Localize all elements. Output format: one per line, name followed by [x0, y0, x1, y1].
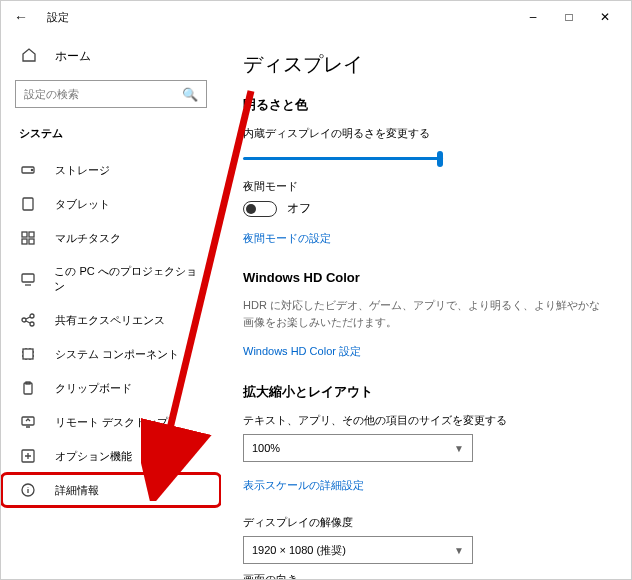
svg-point-9: [30, 314, 34, 318]
svg-rect-7: [22, 274, 34, 282]
night-light-settings-link[interactable]: 夜間モードの設定: [243, 231, 331, 246]
minimize-button[interactable]: –: [515, 3, 551, 31]
sidebar-item-label: タブレット: [55, 197, 110, 212]
projection-icon: [19, 271, 36, 287]
maximize-button[interactable]: □: [551, 3, 587, 31]
sidebar-item-optional[interactable]: オプション機能: [1, 439, 221, 473]
svg-rect-6: [29, 239, 34, 244]
svg-rect-5: [22, 239, 27, 244]
search-box[interactable]: 🔍: [15, 80, 207, 108]
sidebar-item-label: オプション機能: [55, 449, 132, 464]
sidebar-item-storage[interactable]: ストレージ: [1, 153, 221, 187]
info-icon: [19, 482, 37, 498]
chevron-down-icon: ▼: [454, 443, 464, 454]
chevron-down-icon: ▼: [454, 545, 464, 556]
clipboard-icon: [19, 380, 37, 396]
resolution-select[interactable]: 1920 × 1080 (推奨) ▼: [243, 536, 473, 564]
sidebar-item-label: マルチタスク: [55, 231, 121, 246]
category-label: システム: [1, 120, 221, 147]
scale-value: 100%: [252, 442, 280, 454]
sidebar-item-components[interactable]: システム コンポーネント: [1, 337, 221, 371]
resolution-label: ディスプレイの解像度: [243, 515, 609, 530]
scale-select[interactable]: 100% ▼: [243, 434, 473, 462]
sidebar-item-projection[interactable]: この PC へのプロジェクション: [1, 255, 221, 303]
svg-rect-11: [23, 349, 33, 359]
content-pane: ディスプレイ 明るさと色 内蔵ディスプレイの明るさを変更する 夜間モード オフ …: [221, 33, 631, 579]
remote-desktop-icon: [19, 414, 37, 430]
section-scale: 拡大縮小とレイアウト: [243, 383, 609, 401]
orientation-label: 画面の向き: [243, 572, 609, 579]
multitask-icon: [19, 230, 37, 246]
search-input[interactable]: [24, 88, 182, 100]
svg-point-10: [30, 322, 34, 326]
sidebar-item-label: この PC へのプロジェクション: [54, 264, 203, 294]
home-icon: [21, 47, 41, 66]
night-light-toggle[interactable]: [243, 201, 277, 217]
sidebar-item-remote[interactable]: リモート デスクトップ: [1, 405, 221, 439]
section-hdcolor: Windows HD Color: [243, 270, 609, 285]
close-button[interactable]: ✕: [587, 3, 623, 31]
hdcolor-desc: HDR に対応したビデオ、ゲーム、アプリで、より明るく、より鮮やかな画像をお楽し…: [243, 297, 609, 330]
sidebar-item-about[interactable]: 詳細情報: [1, 473, 221, 507]
page-title: ディスプレイ: [243, 51, 609, 78]
tablet-icon: [19, 196, 37, 212]
sidebar-item-multitask[interactable]: マルチタスク: [1, 221, 221, 255]
night-light-label: 夜間モード: [243, 179, 609, 194]
brightness-slider[interactable]: [243, 149, 443, 167]
svg-rect-3: [22, 232, 27, 237]
sidebar-item-shared[interactable]: 共有エクスペリエンス: [1, 303, 221, 337]
search-icon: 🔍: [182, 87, 198, 102]
brightness-label: 内蔵ディスプレイの明るさを変更する: [243, 126, 609, 141]
scale-advanced-link[interactable]: 表示スケールの詳細設定: [243, 478, 364, 493]
storage-icon: [19, 162, 37, 178]
window-title: 設定: [47, 10, 69, 25]
svg-point-8: [22, 318, 26, 322]
sidebar-item-label: リモート デスクトップ: [55, 415, 168, 430]
hdcolor-link[interactable]: Windows HD Color 設定: [243, 344, 361, 359]
scale-label: テキスト、アプリ、その他の項目のサイズを変更する: [243, 413, 609, 428]
sidebar-item-label: クリップボード: [55, 381, 132, 396]
sidebar-item-label: 詳細情報: [55, 483, 99, 498]
resolution-value: 1920 × 1080 (推奨): [252, 543, 346, 558]
sidebar-item-label: ストレージ: [55, 163, 110, 178]
svg-rect-4: [29, 232, 34, 237]
night-light-state: オフ: [287, 200, 311, 217]
share-icon: [19, 312, 37, 328]
sidebar: ホーム 🔍 システム ストレージ タブレット マルチタスク この PC へ: [1, 33, 221, 579]
sidebar-item-label: システム コンポーネント: [55, 347, 179, 362]
components-icon: [19, 346, 37, 362]
back-button[interactable]: ←: [9, 9, 33, 25]
sidebar-item-label: 共有エクスペリエンス: [55, 313, 165, 328]
section-brightness: 明るさと色: [243, 96, 609, 114]
sidebar-item-home[interactable]: ホーム: [1, 41, 221, 72]
svg-point-1: [31, 169, 32, 170]
svg-rect-2: [23, 198, 33, 210]
home-label: ホーム: [55, 48, 91, 65]
sidebar-item-clipboard[interactable]: クリップボード: [1, 371, 221, 405]
sidebar-item-tablet[interactable]: タブレット: [1, 187, 221, 221]
plus-icon: [19, 448, 37, 464]
